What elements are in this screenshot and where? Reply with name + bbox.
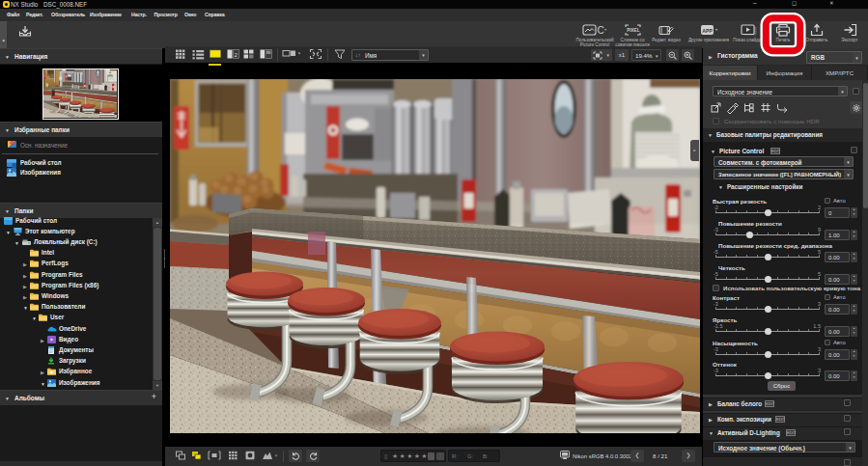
svg-text:C: C [598,25,604,36]
svg-text:APP: APP [702,28,713,34]
svg-text:PIXEL: PIXEL [627,28,639,33]
